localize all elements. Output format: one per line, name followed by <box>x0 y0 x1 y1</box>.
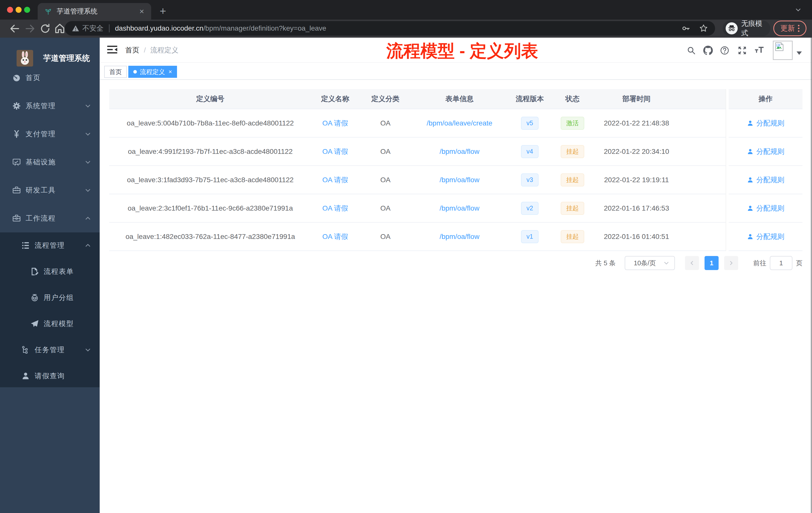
tags-view-bar: 首页流程定义× <box>100 63 812 80</box>
sidebar-item-4[interactable]: 研发工具 <box>0 176 100 204</box>
assign-rule-label: 分配规则 <box>756 147 784 156</box>
sidebar-item-11[interactable]: 请假查询 <box>0 363 100 389</box>
form-info-link[interactable]: /bpm/oa/flow <box>440 176 480 184</box>
assign-rule-link[interactable]: 分配规则 <box>747 232 784 241</box>
deploy-time: 2022-01-16 17:46:53 <box>604 204 669 212</box>
form-info-link[interactable]: /bpm/oa/flow <box>440 204 480 212</box>
sidebar-item-9[interactable]: 流程模型 <box>0 311 100 337</box>
search-icon[interactable] <box>687 46 696 55</box>
chevron-up-icon <box>85 242 91 249</box>
sidebar-item-label: 流程管理 <box>35 241 65 250</box>
maximize-window-button[interactable] <box>24 7 30 13</box>
browser-update-button[interactable]: 更新 <box>773 21 807 36</box>
definition-name-link[interactable]: OA 请假 <box>322 175 348 185</box>
assign-rule-label: 分配规则 <box>756 118 784 128</box>
pagination-current-page[interactable]: 1 <box>704 256 719 270</box>
assign-rule-link[interactable]: 分配规则 <box>747 204 784 213</box>
pagination-total: 共 5 条 <box>595 259 616 268</box>
url-domain: dashboard.yudao.iocoder.cn <box>115 24 203 32</box>
pagination-goto-input[interactable] <box>770 256 792 270</box>
sidebar-item-label: 任务管理 <box>35 345 65 355</box>
filler-cell <box>680 138 726 166</box>
close-window-button[interactable] <box>7 7 13 13</box>
sidebar-item-3[interactable]: 基础设施 <box>0 148 100 176</box>
breadcrumb-current: 流程定义 <box>150 46 178 55</box>
sidebar-item-1[interactable]: 系统管理 <box>0 92 100 120</box>
assign-rule-link[interactable]: 分配规则 <box>747 147 784 156</box>
chevron-down-icon <box>85 187 91 193</box>
minimize-window-button[interactable] <box>16 7 22 13</box>
fixed-column-gap <box>726 222 729 251</box>
active-tag-dot <box>133 70 137 73</box>
tag-1[interactable]: 流程定义× <box>128 66 177 78</box>
chevron-up-icon <box>85 215 91 221</box>
definition-id-cell: oa_leave:3:1fad3d93-7b75-11ec-a3c8-acde4… <box>109 166 311 194</box>
password-key-icon[interactable] <box>682 24 691 33</box>
sidebar-item-label: 基础设施 <box>26 157 56 167</box>
browser-menu-icon[interactable] <box>798 25 800 32</box>
tag-0[interactable]: 首页 <box>104 66 127 78</box>
definition-id-cell: oa_leave:4:991f2193-7b7f-11ec-a3c8-acde4… <box>109 138 311 166</box>
new-tab-icon[interactable]: + <box>160 4 166 18</box>
chevron-down-icon[interactable] <box>795 6 802 13</box>
column-header: 状态 <box>552 89 592 109</box>
sidebar-item-2[interactable]: 支付管理 <box>0 120 100 148</box>
help-icon[interactable] <box>720 46 729 55</box>
sidebar-item-8[interactable]: 用户分组 <box>0 284 100 311</box>
forward-icon[interactable] <box>24 23 36 35</box>
fixed-column-gap <box>726 109 729 138</box>
form-info-link[interactable]: /bpm/oa/flow <box>440 148 480 156</box>
not-secure-warning-icon[interactable] <box>72 25 79 32</box>
sidebar-item-10[interactable]: 任务管理 <box>0 337 100 363</box>
definition-name-link[interactable]: OA 请假 <box>322 147 348 156</box>
briefcase-icon <box>12 214 21 223</box>
font-size-icon[interactable] <box>754 46 764 55</box>
definition-category-cell: OA <box>359 194 412 222</box>
action-cell: 分配规则 <box>729 194 803 222</box>
tag-label: 流程定义 <box>140 68 165 76</box>
sidebar-item-label: 支付管理 <box>26 129 56 139</box>
column-header: 定义名称 <box>311 89 359 109</box>
status-cell: 挂起 <box>552 194 592 222</box>
definition-name-link[interactable]: OA 请假 <box>322 204 348 213</box>
definition-name-link[interactable]: OA 请假 <box>322 232 348 241</box>
bookmark-star-icon[interactable] <box>699 24 708 33</box>
deploy-time-cell: 2022-01-22 19:19:11 <box>592 166 680 194</box>
sidebar-item-0[interactable]: 首页 <box>0 64 100 92</box>
form-info-link[interactable]: /bpm/oa/leave/create <box>427 119 492 127</box>
user-icon <box>747 148 754 155</box>
security-label[interactable]: 不安全 <box>82 24 104 33</box>
pagination-prev-button[interactable] <box>685 256 699 270</box>
avatar-caret-down-icon[interactable] <box>796 51 802 55</box>
tag-close-icon[interactable]: × <box>169 69 172 75</box>
home-icon[interactable] <box>54 23 66 35</box>
sidebar-item-5[interactable]: 工作流程 <box>0 204 100 233</box>
form-info-link[interactable]: /bpm/oa/flow <box>440 233 480 241</box>
sidebar-item-7[interactable]: 流程表单 <box>0 259 100 284</box>
table-row: oa_leave:3:1fad3d93-7b75-11ec-a3c8-acde4… <box>109 166 803 194</box>
page-size-select[interactable]: 10条/页 <box>625 256 675 270</box>
definition-name-cell: OA 请假 <box>311 222 359 251</box>
definition-category: OA <box>380 119 390 127</box>
assign-rule-link[interactable]: 分配规则 <box>747 118 784 128</box>
back-icon[interactable] <box>8 23 21 35</box>
user-avatar[interactable] <box>773 41 793 60</box>
pagination-next-button[interactable] <box>724 256 738 270</box>
fullscreen-icon[interactable] <box>737 46 747 55</box>
breadcrumb-home[interactable]: 首页 <box>125 46 139 55</box>
sidebar-item-label: 系统管理 <box>26 101 56 111</box>
browser-tab[interactable]: 芋道管理系统 × <box>38 3 151 20</box>
definition-category-cell: OA <box>359 138 412 166</box>
github-icon[interactable] <box>703 46 713 55</box>
assign-rule-label: 分配规则 <box>756 204 784 213</box>
definition-name-link[interactable]: OA 请假 <box>322 118 348 128</box>
tab-close-icon[interactable]: × <box>139 7 145 15</box>
status-cell: 挂起 <box>552 166 592 194</box>
status-cell: 激活 <box>552 109 592 138</box>
sidebar-item-6[interactable]: 流程管理 <box>0 233 100 259</box>
sidebar-fold-icon[interactable] <box>107 45 118 56</box>
reload-icon[interactable] <box>39 23 51 35</box>
assign-rule-link[interactable]: 分配规则 <box>747 175 784 185</box>
address-bar[interactable]: 不安全 dashboard.yudao.iocoder.cn /bpm/mana… <box>65 21 715 36</box>
sidebar-item-label: 工作流程 <box>26 214 56 223</box>
